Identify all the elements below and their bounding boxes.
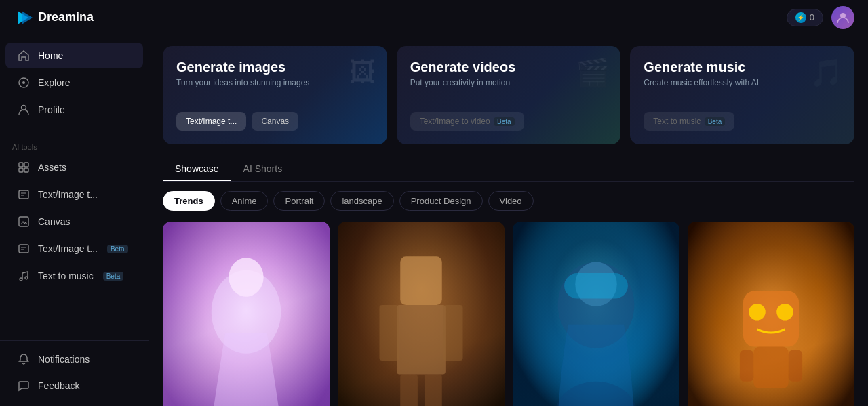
generate-videos-card: 🎬 Generate videos Put your creativity in… xyxy=(397,46,621,144)
images-card-deco: 🖼 xyxy=(349,57,376,87)
logo[interactable]: Dreamina xyxy=(14,8,94,27)
sidebar-item-notifications[interactable]: Notifications xyxy=(5,346,143,372)
svg-rect-31 xyxy=(743,291,799,347)
svg-rect-7 xyxy=(24,163,28,167)
sidebar-item-home[interactable]: Home xyxy=(5,43,143,68)
feedback-icon xyxy=(18,380,30,392)
music-btn-label: Text to music xyxy=(653,117,701,126)
explore-icon xyxy=(18,77,30,89)
video-btn-label: Text/Image to video xyxy=(420,117,490,126)
music-beta-badge: Beta xyxy=(103,272,124,281)
credits-button[interactable]: ⚡ 0 xyxy=(787,9,823,26)
music-beta-badge-card: Beta xyxy=(705,117,726,126)
ai-tools-label: AI tools xyxy=(0,135,149,154)
svg-rect-23 xyxy=(400,375,418,407)
sidebar-textimage-label: Text/Image t... xyxy=(38,189,98,200)
svg-rect-21 xyxy=(380,305,399,361)
svg-rect-20 xyxy=(397,305,446,375)
credits-icon: ⚡ xyxy=(795,12,806,23)
tab-showcase[interactable]: Showcase xyxy=(163,158,231,181)
image-thumb-3 xyxy=(513,222,679,406)
video-generate-button[interactable]: Text/Image to video Beta xyxy=(410,112,524,131)
sidebar-item-textimage2[interactable]: Text/Image t... Beta xyxy=(5,236,143,262)
header-right: ⚡ 0 xyxy=(787,6,854,29)
filter-landscape[interactable]: landscape xyxy=(330,191,393,211)
generate-images-card: 🖼 Generate images Turn your ideas into s… xyxy=(163,46,387,144)
cyber-girl-svg xyxy=(513,222,679,406)
generate-music-card: 🎵 Generate music Create music effortless… xyxy=(630,46,854,144)
svg-rect-36 xyxy=(789,350,803,382)
svg-rect-35 xyxy=(740,350,754,382)
video-beta-badge: Beta xyxy=(494,117,515,126)
home-icon xyxy=(18,49,30,62)
music-card-deco: 🎵 xyxy=(810,57,844,89)
sidebar-bottom: Notifications Feedback xyxy=(0,335,149,399)
app-name: Dreamina xyxy=(38,10,94,24)
sidebar-notifications-label: Notifications xyxy=(38,354,90,365)
main-content: 🖼 Generate images Turn your ideas into s… xyxy=(149,35,868,406)
sidebar-canvas-label: Canvas xyxy=(38,216,70,227)
sidebar-item-textimage[interactable]: Text/Image t... xyxy=(5,182,143,207)
svg-marker-1 xyxy=(22,11,33,24)
music-generate-button[interactable]: Text to music Beta xyxy=(644,112,734,131)
robot-warrior-svg xyxy=(338,222,505,406)
main-layout: Home Explore Profile AI tools xyxy=(0,35,868,406)
svg-point-4 xyxy=(22,81,25,84)
svg-point-14 xyxy=(25,277,28,279)
tabs-row: Showcase AI Shorts xyxy=(163,158,854,182)
svg-rect-24 xyxy=(425,375,442,407)
textimage-icon xyxy=(18,188,30,201)
bell-icon xyxy=(18,353,30,365)
avatar[interactable] xyxy=(831,6,854,29)
tab-aishorts[interactable]: AI Shorts xyxy=(231,158,295,181)
svg-rect-22 xyxy=(443,305,463,361)
crystal-figure-svg xyxy=(163,222,330,406)
sidebar-assets-label: Assets xyxy=(38,162,66,173)
image-thumb-1 xyxy=(163,222,330,406)
filter-trends[interactable]: Trends xyxy=(163,191,215,211)
sidebar-profile-label: Profile xyxy=(38,104,65,115)
sidebar-item-explore[interactable]: Explore xyxy=(5,70,143,96)
image-card-2[interactable] xyxy=(338,222,505,406)
image-card-1[interactable] xyxy=(163,222,330,406)
textimage-button[interactable]: Text/Image t... xyxy=(176,112,246,131)
svg-rect-19 xyxy=(400,256,442,305)
logo-icon xyxy=(14,8,33,27)
orange-robot-svg xyxy=(688,222,854,406)
sidebar-item-assets[interactable]: Assets xyxy=(5,155,143,180)
images-card-buttons: Text/Image t... Canvas xyxy=(176,112,374,131)
filter-row: Trends Anime Portrait landscape Product … xyxy=(163,191,854,211)
textimage2-beta-badge: Beta xyxy=(107,245,128,253)
sidebar-divider-2 xyxy=(0,340,149,341)
image-card-3[interactable] xyxy=(513,222,679,406)
canvas-button[interactable]: Canvas xyxy=(252,112,298,131)
images-card-top: Generate images Turn your ideas into stu… xyxy=(176,60,374,97)
svg-rect-11 xyxy=(19,217,28,226)
sidebar-item-music[interactable]: Text to music Beta xyxy=(5,263,143,289)
sidebar-explore-label: Explore xyxy=(38,77,70,88)
videos-card-buttons: Text/Image to video Beta xyxy=(410,112,608,131)
avatar-icon xyxy=(836,11,850,24)
images-card-title: Generate images xyxy=(176,60,374,75)
svg-point-13 xyxy=(20,278,22,281)
filter-anime[interactable]: Anime xyxy=(220,191,269,211)
music-card-buttons: Text to music Beta xyxy=(644,112,841,131)
sidebar-textimage2-label: Text/Image t... xyxy=(38,243,98,254)
image-card-4[interactable] xyxy=(688,222,854,406)
sidebar-item-canvas[interactable]: Canvas xyxy=(5,209,143,235)
profile-icon xyxy=(18,104,30,116)
image-thumb-2 xyxy=(338,222,505,406)
svg-rect-6 xyxy=(19,163,23,167)
filter-productdesign[interactable]: Product Design xyxy=(399,191,483,211)
sidebar-item-profile[interactable]: Profile xyxy=(5,97,143,123)
filter-video[interactable]: Video xyxy=(488,191,534,211)
filter-portrait[interactable]: Portrait xyxy=(273,191,325,211)
sidebar-divider-1 xyxy=(0,129,149,129)
sidebar-home-label: Home xyxy=(38,50,63,61)
svg-rect-10 xyxy=(19,190,28,199)
image-grid xyxy=(163,222,854,406)
sidebar-music-label: Text to music xyxy=(38,270,94,281)
sidebar-item-feedback[interactable]: Feedback xyxy=(5,373,143,399)
assets-icon xyxy=(18,161,30,174)
videos-card-deco: 🎬 xyxy=(576,57,610,89)
